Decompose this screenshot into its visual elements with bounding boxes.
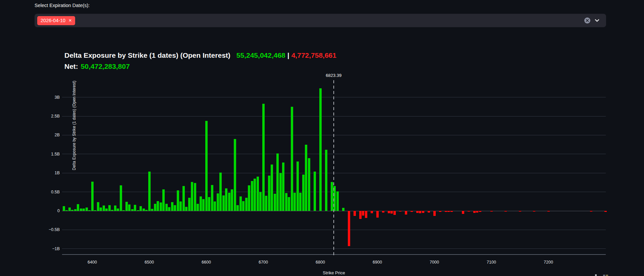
negative-delta-bar bbox=[371, 211, 373, 213]
positive-delta-bar bbox=[157, 201, 159, 211]
positive-delta-bar bbox=[262, 104, 265, 211]
positive-delta-bar bbox=[308, 158, 310, 211]
positive-delta-bar bbox=[151, 209, 153, 211]
x-tick-label: 7000 bbox=[423, 260, 446, 265]
y-tick-label: 0.5B bbox=[40, 189, 60, 195]
positive-delta-bar bbox=[314, 172, 316, 211]
positive-delta-bar bbox=[77, 204, 79, 211]
plot-area[interactable]: 3B2.5B2B1.5B1B0.5B0−0.5B−1B 640065006600… bbox=[0, 0, 644, 276]
negative-delta-bar bbox=[450, 211, 453, 212]
x-axis-title: Strike Price bbox=[301, 270, 368, 275]
y-axis-title: Delta Exposure by Strike (1 dates) (Open… bbox=[72, 81, 76, 170]
positive-delta-bar bbox=[74, 209, 76, 211]
negative-delta-bar bbox=[479, 211, 481, 212]
positive-delta-bar bbox=[242, 201, 245, 211]
positive-delta-bar bbox=[205, 121, 208, 211]
x-tick-label: 6900 bbox=[366, 260, 389, 265]
positive-delta-bar bbox=[191, 182, 193, 211]
positive-delta-bar bbox=[154, 204, 156, 211]
x-tick-label: 6500 bbox=[138, 260, 161, 265]
negative-delta-bar bbox=[348, 211, 350, 246]
positive-delta-bar bbox=[125, 202, 128, 211]
positive-delta-bar bbox=[305, 145, 307, 211]
negative-delta-bar bbox=[362, 211, 364, 216]
negative-delta-bar bbox=[393, 211, 396, 215]
positive-delta-bar bbox=[279, 173, 282, 211]
negative-delta-bar bbox=[399, 211, 401, 212]
positive-delta-bar bbox=[177, 190, 179, 211]
positive-delta-bar bbox=[285, 193, 287, 211]
x-tick-label: 6700 bbox=[252, 260, 275, 265]
positive-delta-bar bbox=[88, 210, 91, 211]
negative-delta-bar bbox=[354, 211, 356, 216]
positive-delta-bar bbox=[271, 165, 273, 211]
positive-delta-bar bbox=[179, 201, 182, 211]
positive-delta-bar bbox=[274, 194, 276, 211]
x-tick-label: 6400 bbox=[80, 260, 104, 265]
positive-delta-bar bbox=[168, 207, 170, 211]
positive-delta-bar bbox=[319, 88, 322, 211]
positive-delta-bar bbox=[117, 209, 119, 211]
x-tick-label: 6800 bbox=[309, 260, 332, 265]
positive-delta-bar bbox=[282, 163, 284, 211]
positive-delta-bar bbox=[94, 210, 96, 211]
positive-delta-bar bbox=[268, 176, 270, 211]
positive-delta-bar bbox=[288, 197, 290, 211]
spot-price-label: 6823.39 bbox=[320, 73, 347, 78]
positive-delta-bar bbox=[145, 210, 148, 211]
negative-delta-bar bbox=[382, 211, 384, 213]
positive-delta-bar bbox=[148, 172, 151, 211]
positive-delta-bar bbox=[68, 208, 71, 211]
positive-delta-bar bbox=[291, 107, 293, 211]
negative-delta-bar bbox=[428, 211, 430, 213]
positive-delta-bar bbox=[222, 195, 225, 211]
positive-delta-bar bbox=[219, 173, 222, 211]
x-tick-label: 7100 bbox=[480, 260, 503, 265]
negative-delta-bar bbox=[390, 211, 393, 214]
negative-delta-bar bbox=[422, 211, 424, 213]
positive-delta-bar bbox=[131, 209, 133, 211]
y-tick-label: 3B bbox=[40, 95, 60, 100]
negative-delta-bar bbox=[405, 211, 407, 215]
positive-delta-bar bbox=[302, 175, 305, 211]
clipped-bottom-glyph-3 bbox=[606, 275, 608, 276]
clipped-bottom-glyph-2 bbox=[603, 275, 605, 276]
x-tick-label: 7200 bbox=[537, 260, 560, 265]
positive-delta-bar bbox=[134, 205, 136, 211]
positive-delta-bar bbox=[342, 208, 344, 211]
positive-delta-bar bbox=[236, 205, 239, 211]
positive-delta-bar bbox=[100, 208, 102, 211]
positive-delta-bar bbox=[265, 196, 267, 211]
positive-delta-bar bbox=[65, 210, 68, 211]
negative-delta-bar bbox=[468, 211, 470, 212]
negative-delta-bar bbox=[439, 211, 441, 212]
positive-delta-bar bbox=[331, 182, 333, 211]
y-tick-label: 1B bbox=[40, 170, 60, 176]
negative-delta-bar bbox=[604, 211, 607, 212]
clipped-bottom-glyph-1 bbox=[595, 274, 597, 276]
positive-delta-bar bbox=[217, 193, 219, 211]
positive-delta-bar bbox=[140, 206, 142, 211]
positive-delta-bar bbox=[297, 162, 299, 211]
positive-delta-bar bbox=[214, 201, 216, 211]
positive-delta-bar bbox=[202, 199, 205, 211]
positive-delta-bar bbox=[228, 193, 230, 211]
y-tick-label: 0 bbox=[40, 208, 60, 214]
negative-delta-bar bbox=[590, 211, 592, 212]
positive-delta-bar bbox=[200, 196, 202, 211]
positive-delta-bar bbox=[128, 204, 130, 211]
positive-delta-bar bbox=[71, 210, 73, 211]
positive-delta-bar bbox=[254, 179, 256, 211]
positive-delta-bar bbox=[188, 198, 191, 211]
negative-delta-bar bbox=[476, 211, 478, 213]
positive-delta-bar bbox=[114, 205, 116, 211]
positive-delta-bar bbox=[111, 210, 113, 211]
y-tick-label: 1.5B bbox=[40, 151, 60, 157]
positive-delta-bar bbox=[174, 205, 176, 211]
positive-delta-bar bbox=[103, 205, 105, 211]
positive-delta-bar bbox=[251, 181, 253, 211]
negative-delta-bar bbox=[433, 211, 436, 216]
y-tick-label: 2.5B bbox=[40, 113, 60, 119]
y-tick-label: −0.5B bbox=[40, 227, 60, 232]
positive-delta-bar bbox=[197, 204, 199, 211]
